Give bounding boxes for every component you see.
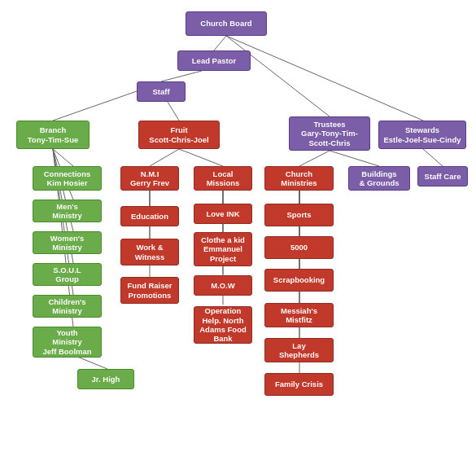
- svg-line-14: [179, 149, 223, 166]
- sports-label: Sports: [286, 210, 311, 219]
- sports-node: Sports: [264, 204, 334, 226]
- fund-raiser-node: Fund RaiserPromotions: [120, 277, 179, 304]
- local-missions-label: LocalMissions: [207, 169, 240, 188]
- church-ministries-label: ChurchMinistries: [281, 169, 317, 188]
- lead-pastor-label: Lead Pastor: [192, 56, 236, 65]
- womens-ministry-node: Women'sMinistry: [33, 231, 102, 254]
- scrapbooking-node: Scrapbooking: [264, 269, 334, 292]
- family-crisis-node: Family Crisis: [264, 373, 334, 396]
- connections-label: ConnectionsKim Hosier: [44, 169, 91, 188]
- stewards-label: StewardsEstle-Joel-Sue-Cindy: [383, 125, 461, 144]
- svg-line-2: [53, 91, 137, 121]
- nmi-node: N.M.IGerry Frev: [120, 166, 179, 191]
- jr-high-node: Jr. High: [77, 369, 134, 389]
- church-board-label: Church Board: [200, 19, 251, 28]
- svg-line-23: [330, 151, 379, 166]
- education-label: Education: [131, 212, 168, 221]
- svg-line-22: [299, 151, 330, 166]
- five-thousand-label: 5000: [290, 243, 308, 252]
- staff-label: Staff: [152, 87, 169, 96]
- branch-node: BranchTony-Tim-Sue: [16, 121, 90, 149]
- clothe-kid-node: Clothe a kidEmmanuelProject: [194, 232, 252, 266]
- local-missions-node: LocalMissions: [194, 166, 252, 191]
- org-chart: Church Board Lead Pastor Staff BranchTon…: [0, 0, 476, 16]
- mow-node: M.O.W: [194, 275, 252, 296]
- lay-shepherds-node: LayShepherds: [264, 338, 334, 362]
- soul-group-label: S.O.U.LGroup: [53, 265, 81, 284]
- staff-care-node: Staff Care: [417, 166, 468, 187]
- buildings-grounds-label: Buildings& Grounds: [359, 169, 399, 188]
- trustees-node: TrusteesGary-Tony-Tim-Scott-Chris: [289, 116, 370, 151]
- fruit-node: FruitScott-Chris-Joel: [138, 121, 220, 149]
- love-ink-label: Love INK: [206, 209, 239, 218]
- work-witness-label: Work &Witness: [135, 243, 164, 261]
- trustees-label: TrusteesGary-Tony-Tim-Scott-Chris: [301, 120, 358, 147]
- youth-ministry-label: YouthMinistryJeff Boolman: [42, 328, 91, 356]
- childrens-ministry-node: Children'sMinistry: [33, 295, 102, 318]
- svg-line-24: [423, 149, 443, 166]
- love-ink-node: Love INK: [194, 204, 252, 224]
- staff-care-label: Staff Care: [425, 172, 461, 181]
- soul-group-node: S.O.U.LGroup: [33, 263, 102, 286]
- operation-help-label: OperationHelp. NorthAdams FoodBank: [199, 306, 247, 344]
- nmi-label: N.M.IGerry Frev: [130, 169, 169, 188]
- svg-line-5: [226, 36, 423, 121]
- five-thousand-node: 5000: [264, 236, 334, 259]
- work-witness-node: Work &Witness: [120, 239, 179, 265]
- messiahs-mistfitz-label: Messiah'sMistfitz: [281, 306, 317, 325]
- clothe-kid-label: Clothe a kidEmmanuelProject: [201, 235, 245, 263]
- youth-ministry-node: YouthMinistryJeff Boolman: [33, 327, 102, 358]
- fruit-label: FruitScott-Chris-Joel: [149, 125, 208, 144]
- stewards-node: StewardsEstle-Joel-Sue-Cindy: [378, 121, 466, 149]
- svg-line-6: [53, 149, 73, 166]
- church-ministries-node: ChurchMinistries: [264, 166, 334, 191]
- womens-ministry-label: Women'sMinistry: [50, 234, 85, 252]
- svg-line-13: [150, 149, 179, 166]
- education-node: Education: [120, 206, 179, 226]
- fund-raiser-label: Fund RaiserPromotions: [128, 281, 172, 300]
- messiahs-mistfitz-node: Messiah'sMistfitz: [264, 303, 334, 327]
- jr-high-label: Jr. High: [92, 375, 120, 384]
- buildings-grounds-node: Buildings& Grounds: [348, 166, 410, 191]
- svg-line-0: [214, 36, 226, 50]
- family-crisis-label: Family Crisis: [275, 380, 323, 388]
- svg-line-1: [161, 71, 202, 81]
- church-board-node: Church Board: [186, 11, 267, 36]
- scrapbooking-label: Scrapbooking: [273, 275, 325, 284]
- childrens-ministry-label: Children'sMinistry: [48, 297, 85, 316]
- mens-ministry-label: Men'sMinistry: [52, 202, 81, 221]
- mow-label: M.O.W: [211, 281, 235, 290]
- mens-ministry-node: Men'sMinistry: [33, 200, 102, 222]
- svg-line-4: [226, 36, 330, 116]
- operation-help-node: OperationHelp. NorthAdams FoodBank: [194, 306, 252, 344]
- lead-pastor-node: Lead Pastor: [177, 50, 251, 71]
- connections-node: ConnectionsKim Hosier: [33, 166, 102, 191]
- lay-shepherds-label: LayShepherds: [279, 341, 319, 360]
- branch-label: BranchTony-Tim-Sue: [28, 125, 78, 144]
- staff-node: Staff: [137, 81, 186, 102]
